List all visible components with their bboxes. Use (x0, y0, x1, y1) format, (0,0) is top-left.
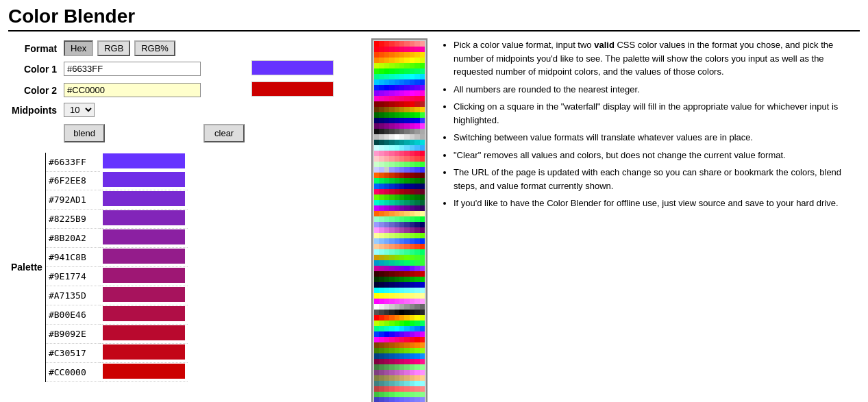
waterfall-cell[interactable] (395, 353, 399, 359)
waterfall-cell[interactable] (395, 205, 399, 211)
waterfall-cell[interactable] (414, 359, 419, 364)
waterfall-cell[interactable] (410, 211, 414, 216)
waterfall-cell[interactable] (374, 288, 379, 293)
waterfall-cell[interactable] (399, 74, 404, 79)
waterfall-cell[interactable] (395, 167, 399, 173)
waterfall-cell[interactable] (404, 326, 409, 331)
waterfall-cell[interactable] (395, 397, 399, 402)
waterfall-cell[interactable] (414, 107, 419, 112)
waterfall-cell[interactable] (389, 266, 394, 271)
waterfall-cell[interactable] (384, 173, 389, 178)
waterfall-cell[interactable] (395, 41, 399, 47)
waterfall-cell[interactable] (420, 151, 425, 156)
waterfall-cell[interactable] (384, 184, 389, 189)
waterfall-cell[interactable] (389, 321, 394, 326)
waterfall-cell[interactable] (420, 107, 425, 112)
waterfall-cell[interactable] (379, 52, 384, 58)
waterfall-cell[interactable] (374, 266, 379, 271)
waterfall-cell[interactable] (379, 184, 384, 189)
waterfall-cell[interactable] (410, 397, 414, 402)
waterfall-cell[interactable] (420, 359, 425, 364)
waterfall-cell[interactable] (384, 271, 389, 277)
color1-input[interactable] (64, 62, 201, 76)
waterfall-cell[interactable] (384, 222, 389, 227)
waterfall-cell[interactable] (395, 151, 399, 156)
waterfall-cell[interactable] (374, 277, 379, 282)
waterfall-cell[interactable] (414, 178, 419, 184)
waterfall-cell[interactable] (389, 249, 394, 255)
waterfall-cell[interactable] (420, 381, 425, 386)
waterfall-cell[interactable] (389, 293, 394, 299)
waterfall-cell[interactable] (395, 381, 399, 386)
waterfall-cell[interactable] (374, 386, 379, 392)
waterfall-cell[interactable] (399, 227, 404, 233)
waterfall-cell[interactable] (404, 211, 409, 216)
waterfall-cell[interactable] (404, 118, 409, 123)
waterfall-cell[interactable] (384, 277, 389, 282)
waterfall-cell[interactable] (374, 96, 379, 101)
waterfall-cell[interactable] (395, 96, 399, 101)
waterfall-cell[interactable] (420, 112, 425, 118)
waterfall-cell[interactable] (379, 249, 384, 255)
waterfall-cell[interactable] (379, 282, 384, 288)
waterfall-cell[interactable] (384, 238, 389, 244)
waterfall-cell[interactable] (399, 359, 404, 364)
waterfall-cell[interactable] (374, 233, 379, 238)
waterfall-cell[interactable] (374, 178, 379, 184)
waterfall-cell[interactable] (414, 222, 419, 227)
waterfall-cell[interactable] (395, 244, 399, 249)
waterfall-cell[interactable] (404, 90, 409, 96)
waterfall-cell[interactable] (379, 151, 384, 156)
waterfall-cell[interactable] (389, 392, 394, 397)
waterfall-cell[interactable] (420, 375, 425, 381)
waterfall-cell[interactable] (410, 381, 414, 386)
waterfall-cell[interactable] (384, 321, 389, 326)
waterfall-cell[interactable] (420, 145, 425, 151)
waterfall-cell[interactable] (384, 255, 389, 260)
waterfall-cell[interactable] (384, 145, 389, 151)
waterfall-cell[interactable] (404, 173, 409, 178)
waterfall-cell[interactable] (399, 205, 404, 211)
waterfall-cell[interactable] (374, 173, 379, 178)
waterfall-cell[interactable] (420, 310, 425, 315)
waterfall-cell[interactable] (384, 304, 389, 310)
waterfall-cell[interactable] (395, 134, 399, 140)
waterfall-cell[interactable] (395, 233, 399, 238)
waterfall-cell[interactable] (404, 381, 409, 386)
waterfall-cell[interactable] (374, 162, 379, 167)
waterfall-cell[interactable] (399, 381, 404, 386)
waterfall-cell[interactable] (384, 331, 389, 337)
waterfall-cell[interactable] (389, 310, 394, 315)
waterfall-cell[interactable] (404, 85, 409, 90)
waterfall-cell[interactable] (389, 189, 394, 194)
waterfall-cell[interactable] (414, 134, 419, 140)
waterfall-cell[interactable] (399, 266, 404, 271)
waterfall-cell[interactable] (399, 375, 404, 381)
waterfall-cell[interactable] (384, 364, 389, 370)
waterfall-cell[interactable] (379, 58, 384, 63)
waterfall-cell[interactable] (410, 222, 414, 227)
waterfall-cell[interactable] (399, 310, 404, 315)
waterfall-cell[interactable] (399, 260, 404, 266)
waterfall-cell[interactable] (404, 140, 409, 145)
waterfall-cell[interactable] (395, 331, 399, 337)
waterfall-cell[interactable] (404, 337, 409, 342)
waterfall-cell[interactable] (420, 293, 425, 299)
palette-swatch-11[interactable] (103, 364, 185, 379)
waterfall-cell[interactable] (384, 140, 389, 145)
waterfall-cell[interactable] (395, 58, 399, 63)
waterfall-cell[interactable] (395, 194, 399, 200)
waterfall-cell[interactable] (384, 96, 389, 101)
waterfall-cell[interactable] (379, 310, 384, 315)
waterfall-cell[interactable] (414, 315, 419, 321)
waterfall-cell[interactable] (404, 58, 409, 63)
waterfall-cell[interactable] (399, 386, 404, 392)
waterfall-cell[interactable] (374, 299, 379, 304)
waterfall-cell[interactable] (374, 397, 379, 402)
waterfall-cell[interactable] (414, 238, 419, 244)
waterfall-cell[interactable] (410, 184, 414, 189)
waterfall-cell[interactable] (420, 260, 425, 266)
waterfall-cell[interactable] (404, 392, 409, 397)
waterfall-cell[interactable] (379, 167, 384, 173)
waterfall-cell[interactable] (374, 293, 379, 299)
